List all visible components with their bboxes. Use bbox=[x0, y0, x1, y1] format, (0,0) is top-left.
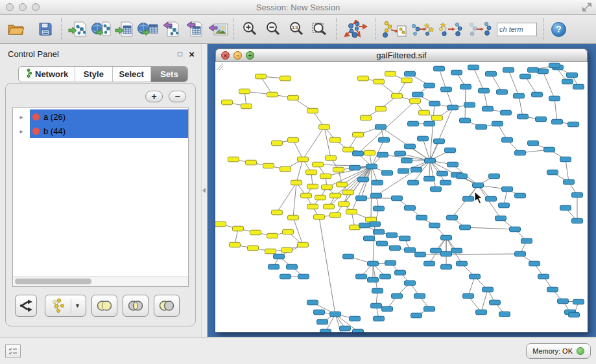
network-node[interactable] bbox=[447, 162, 459, 167]
network-node[interactable] bbox=[405, 205, 416, 210]
network-node[interactable] bbox=[372, 180, 383, 185]
network-node[interactable] bbox=[434, 66, 445, 71]
network-node[interactable] bbox=[515, 193, 526, 198]
network-node[interactable] bbox=[374, 229, 385, 234]
network-node[interactable] bbox=[441, 87, 452, 92]
network-node[interactable] bbox=[476, 124, 487, 130]
import-table-file-button[interactable] bbox=[113, 17, 136, 41]
network-node[interactable] bbox=[440, 180, 451, 185]
network-node[interactable] bbox=[239, 89, 250, 94]
network-node[interactable] bbox=[499, 312, 510, 317]
network-node[interactable] bbox=[298, 157, 309, 162]
network-edge[interactable] bbox=[277, 183, 296, 212]
horizontal-scrollbar[interactable] bbox=[13, 277, 188, 286]
network-window-titlebar[interactable]: × − + galFiltered.sif bbox=[215, 49, 588, 62]
network-node[interactable] bbox=[437, 171, 448, 176]
network-edge[interactable] bbox=[296, 159, 303, 183]
network-node[interactable] bbox=[424, 121, 435, 126]
network-node[interactable] bbox=[301, 193, 312, 198]
tab-style[interactable]: Style bbox=[75, 67, 112, 82]
network-node[interactable] bbox=[441, 251, 452, 256]
network-node[interactable] bbox=[549, 63, 560, 68]
intersect-sets-button[interactable] bbox=[123, 295, 149, 317]
network-node[interactable] bbox=[569, 312, 580, 317]
network-node[interactable] bbox=[414, 293, 425, 299]
network-node[interactable] bbox=[424, 176, 435, 181]
network-node[interactable] bbox=[353, 151, 364, 156]
network-edge[interactable] bbox=[473, 67, 484, 91]
network-node[interactable] bbox=[538, 274, 549, 279]
network-node[interactable] bbox=[489, 174, 500, 179]
network-node[interactable] bbox=[346, 209, 357, 214]
network-node[interactable] bbox=[283, 229, 294, 234]
network-node[interactable] bbox=[307, 204, 318, 209]
network-edge[interactable] bbox=[554, 98, 557, 122]
network-node[interactable] bbox=[288, 215, 299, 220]
network-edge[interactable] bbox=[481, 290, 488, 312]
network-node[interactable] bbox=[358, 76, 369, 81]
network-node[interactable] bbox=[479, 88, 490, 93]
network-node[interactable] bbox=[250, 230, 261, 235]
network-node[interactable] bbox=[366, 164, 377, 169]
network-node[interactable] bbox=[562, 79, 573, 84]
network-node[interactable] bbox=[314, 310, 325, 315]
network-node[interactable] bbox=[298, 242, 309, 247]
network-node[interactable] bbox=[326, 155, 337, 161]
network-node[interactable] bbox=[470, 274, 481, 279]
set-list-item[interactable]: ▸ b (44) bbox=[13, 124, 188, 138]
dropdown-arrow-icon[interactable]: ▼ bbox=[75, 302, 80, 309]
union-sets-button[interactable] bbox=[91, 295, 117, 317]
network-node[interactable] bbox=[492, 121, 503, 126]
zoom-fit-selected-button[interactable] bbox=[309, 17, 331, 41]
fullscreen-icon[interactable] bbox=[582, 2, 592, 12]
network-node[interactable] bbox=[560, 205, 571, 210]
network-edge[interactable] bbox=[423, 139, 430, 161]
help-button[interactable]: ? bbox=[551, 22, 566, 37]
network-node[interactable] bbox=[564, 179, 575, 185]
export-image-button[interactable] bbox=[207, 17, 229, 41]
network-node[interactable] bbox=[405, 280, 416, 286]
network-node[interactable] bbox=[343, 190, 354, 195]
network-node[interactable] bbox=[313, 162, 324, 167]
network-node[interactable] bbox=[385, 71, 396, 76]
network-node[interactable] bbox=[291, 180, 302, 185]
copy-selection-to-new-network-button[interactable] bbox=[381, 17, 408, 41]
network-node[interactable] bbox=[320, 329, 331, 332]
network-node[interactable] bbox=[476, 310, 487, 315]
export-table-button[interactable] bbox=[184, 17, 206, 41]
network-edge[interactable] bbox=[319, 217, 335, 314]
network-node[interactable] bbox=[441, 235, 452, 240]
network-node[interactable] bbox=[460, 225, 471, 230]
network-node[interactable] bbox=[288, 137, 299, 142]
network-node[interactable] bbox=[425, 158, 436, 163]
select-first-neighbors-button[interactable] bbox=[409, 17, 436, 41]
network-edge[interactable] bbox=[376, 161, 430, 196]
network-node[interactable] bbox=[410, 98, 421, 104]
network-node[interactable] bbox=[280, 76, 291, 81]
network-node[interactable] bbox=[415, 252, 426, 257]
network-node[interactable] bbox=[377, 241, 388, 246]
collapse-panel-icon[interactable] bbox=[202, 188, 206, 193]
network-node[interactable] bbox=[429, 101, 440, 106]
network-node[interactable] bbox=[405, 247, 416, 253]
network-node[interactable] bbox=[401, 158, 412, 163]
network-node[interactable] bbox=[468, 65, 479, 70]
network-node[interactable] bbox=[395, 270, 406, 275]
network-node[interactable] bbox=[340, 326, 351, 331]
network-edge[interactable] bbox=[303, 127, 324, 159]
network-edge[interactable] bbox=[468, 277, 475, 296]
network-node[interactable] bbox=[457, 261, 468, 266]
network-node[interactable] bbox=[510, 227, 521, 232]
network-edge[interactable] bbox=[519, 96, 523, 117]
network-node[interactable] bbox=[215, 222, 226, 227]
network-node[interactable] bbox=[460, 118, 471, 123]
tab-sets[interactable]: Sets bbox=[151, 67, 187, 82]
network-node[interactable] bbox=[552, 119, 563, 124]
network-node[interactable] bbox=[263, 163, 274, 168]
network-node[interactable] bbox=[372, 288, 383, 293]
network-node[interactable] bbox=[307, 184, 318, 189]
network-node[interactable] bbox=[567, 73, 578, 78]
network-node[interactable] bbox=[568, 122, 579, 127]
network-node[interactable] bbox=[330, 137, 341, 142]
network-node[interactable] bbox=[333, 167, 344, 172]
